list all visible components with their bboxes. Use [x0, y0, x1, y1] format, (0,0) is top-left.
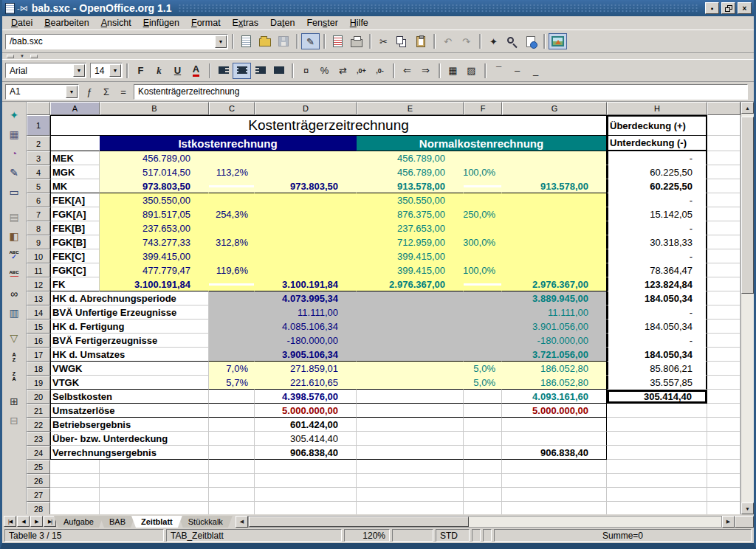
cell-E25[interactable]: [357, 460, 464, 474]
cell-A25[interactable]: [50, 460, 100, 474]
hyperlink-mode[interactable]: [483, 529, 492, 542]
cell-F16[interactable]: [464, 334, 502, 348]
cell-A22[interactable]: Betriebsergebnis: [50, 418, 209, 432]
cell-A24[interactable]: Verrechnungsergebnis: [50, 446, 209, 460]
row-header-25[interactable]: 25: [27, 460, 50, 474]
insert-object-button[interactable]: ◔: [4, 144, 24, 162]
menu-extras[interactable]: Extras: [227, 16, 264, 30]
cell-H5[interactable]: 60.225,50: [607, 179, 707, 193]
cell-G22[interactable]: [502, 418, 607, 432]
cell-C8[interactable]: [209, 221, 255, 235]
cell-G5[interactable]: 913.578,00: [502, 179, 607, 193]
cell-F4[interactable]: 100,0%: [464, 165, 502, 179]
cell-A23[interactable]: Über- bzw. Unterdeckung: [50, 432, 209, 446]
row-header-24[interactable]: 24: [27, 446, 50, 460]
cell-H20[interactable]: 305.414,40: [607, 390, 707, 404]
cell-G28[interactable]: [502, 502, 607, 514]
sheet-position[interactable]: Tabelle 3 / 15: [4, 529, 164, 542]
cell-E18[interactable]: [357, 362, 464, 376]
font-name-dropdown-icon[interactable]: ▼: [73, 64, 85, 77]
delete-decimal-button[interactable]: ,0-: [371, 63, 389, 79]
cell-H25[interactable]: [607, 460, 707, 474]
font-name-input[interactable]: Arial: [6, 66, 73, 76]
cell-D16[interactable]: -180.000,00: [255, 334, 357, 348]
cell-F19[interactable]: 5,0%: [464, 376, 502, 390]
cell-A9[interactable]: FGK[B]: [50, 235, 100, 249]
borders-button[interactable]: ▦: [444, 63, 462, 79]
cell-C27[interactable]: [209, 488, 255, 502]
cell-B4[interactable]: 517.014,50: [100, 165, 209, 179]
export-pdf-button[interactable]: [329, 33, 347, 49]
cell-F9[interactable]: 300,0%: [464, 235, 502, 249]
row-header-20[interactable]: 20: [27, 390, 50, 404]
cell-B25[interactable]: [100, 460, 209, 474]
function-wizard-button[interactable]: ƒ: [81, 83, 97, 100]
menu-bearbeiten[interactable]: Bearbeiten: [38, 16, 94, 30]
cell-D28[interactable]: [255, 502, 357, 514]
cell-F25[interactable]: [464, 460, 502, 474]
row-header-17[interactable]: 17: [27, 348, 50, 362]
row-header-11[interactable]: 11: [27, 263, 50, 277]
sum-button[interactable]: Σ: [98, 83, 114, 100]
window-menu-icon[interactable]: [5, 3, 15, 14]
cell-C21[interactable]: [209, 404, 255, 418]
cell-F26[interactable]: [464, 474, 502, 488]
cell-D21[interactable]: 5.000.000,00: [255, 404, 357, 418]
increase-indent-button[interactable]: ⇒: [416, 63, 435, 79]
cell-F7[interactable]: 250,0%: [464, 207, 502, 221]
cell-C12[interactable]: [209, 277, 255, 291]
insert-frame-button[interactable]: ▤: [4, 207, 24, 226]
cell-G19[interactable]: 186.052,80: [502, 376, 607, 390]
row-header-14[interactable]: 14: [27, 305, 50, 320]
url-input[interactable]: /bab.sxc: [6, 36, 215, 46]
cell-stub-6[interactable]: [707, 193, 740, 207]
cell-A14[interactable]: BVÄ Unfertige Erzeugnisse: [50, 305, 209, 320]
cell-B6[interactable]: 350.550,00: [100, 193, 209, 207]
cell-C4[interactable]: 113,2%: [209, 165, 255, 179]
cell-E15[interactable]: [357, 320, 464, 334]
cell-E4[interactable]: 456.789,00: [357, 165, 464, 179]
cell-E17[interactable]: [357, 348, 464, 362]
cell-A4[interactable]: MGK: [50, 165, 100, 179]
undo-button[interactable]: ↶: [439, 33, 457, 49]
cell-G20[interactable]: 4.093.161,60: [502, 390, 607, 404]
cell-F10[interactable]: [464, 249, 502, 263]
cell-H16[interactable]: -: [607, 334, 707, 348]
cell-F20[interactable]: [464, 390, 502, 404]
cell-D11[interactable]: [255, 263, 357, 277]
cell-H28[interactable]: [607, 502, 707, 514]
cell-D27[interactable]: [255, 488, 357, 502]
cell-C6[interactable]: [209, 193, 255, 207]
cell-A8[interactable]: FEK[B]: [50, 221, 100, 235]
cell-stub-3[interactable]: [707, 151, 740, 165]
cell-stub-19[interactable]: [707, 376, 740, 390]
row-header-19[interactable]: 19: [27, 376, 50, 390]
cell-E19[interactable]: [357, 376, 464, 390]
cell-A18[interactable]: VWGK: [50, 362, 209, 376]
cell-G14[interactable]: 11.111,00: [502, 305, 607, 320]
cell-A17[interactable]: HK d. Umsatzes: [50, 348, 209, 362]
vertical-scroll-track[interactable]: [741, 114, 754, 503]
cell-H4[interactable]: 60.225,50: [607, 165, 707, 179]
find-replace-button[interactable]: ∞: [4, 284, 24, 303]
toolbar-handle[interactable]: [7, 55, 14, 58]
underline-button[interactable]: U: [168, 63, 187, 79]
cell-H24[interactable]: [607, 446, 707, 460]
cell-F8[interactable]: [464, 221, 502, 235]
cell-E14[interactable]: [357, 305, 464, 320]
row-header-3[interactable]: 3: [27, 151, 50, 165]
sum-field[interactable]: Summe=0: [494, 529, 752, 542]
column-header-A[interactable]: A: [50, 102, 100, 115]
cell-stub-18[interactable]: [707, 362, 740, 376]
cell-C26[interactable]: [209, 474, 255, 488]
cell-stub-16[interactable]: [707, 334, 740, 348]
number-format-percent-button[interactable]: %: [315, 63, 334, 79]
cell-F23[interactable]: [464, 432, 502, 446]
cell-D26[interactable]: [255, 474, 357, 488]
cell-C10[interactable]: [209, 249, 255, 263]
scroll-right-icon[interactable]: ▶: [722, 516, 735, 528]
cell-C16[interactable]: [209, 334, 255, 348]
column-header-C[interactable]: C: [209, 102, 255, 115]
cell-H14[interactable]: -: [607, 305, 707, 320]
formula-input[interactable]: Kostenträgerzeitrechnung: [134, 84, 748, 100]
